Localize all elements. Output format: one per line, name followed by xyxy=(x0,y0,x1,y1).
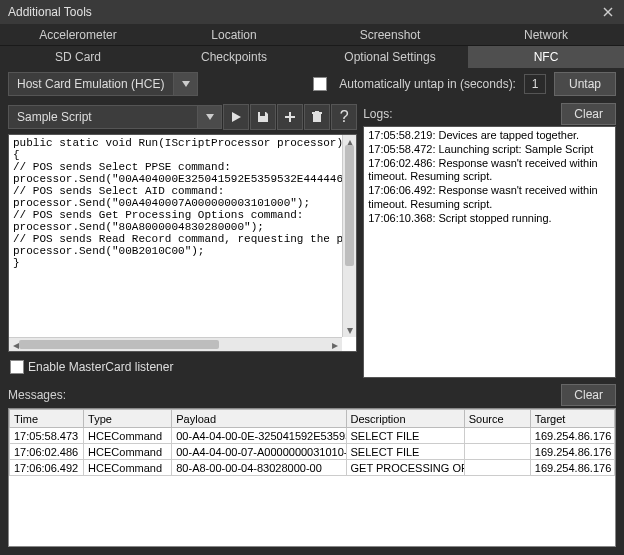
play-icon xyxy=(230,111,242,123)
logs-entry: 17:06:02.486: Response wasn't received w… xyxy=(368,157,611,185)
help-button[interactable]: ? xyxy=(331,104,357,130)
logs-entry: 17:05:58.472: Launching script: Sample S… xyxy=(368,143,611,157)
window-title: Additional Tools xyxy=(8,5,92,19)
script-toolbar: Sample Script ? xyxy=(8,104,357,130)
window: Additional Tools Accelerometer Location … xyxy=(0,0,624,555)
hce-combo[interactable]: Host Card Emulation (HCE) xyxy=(8,72,198,96)
col-payload[interactable]: Payload xyxy=(172,410,346,428)
messages-header: Messages: Clear xyxy=(8,384,616,406)
chevron-down-icon xyxy=(173,73,197,95)
titlebar: Additional Tools xyxy=(0,0,624,24)
messages-panel: Messages: Clear Time Type Payload Descri… xyxy=(0,380,624,555)
logs-entry: 17:06:10.368: Script stopped running. xyxy=(368,212,611,226)
hce-combo-label: Host Card Emulation (HCE) xyxy=(17,77,164,91)
play-button[interactable] xyxy=(223,104,249,130)
auto-untap-value[interactable]: 1 xyxy=(524,74,546,94)
script-panel: Sample Script ? xyxy=(8,104,357,378)
logs-entry: 17:05:58.219: Devices are tapped togethe… xyxy=(368,129,611,143)
tab-accelerometer[interactable]: Accelerometer xyxy=(0,24,156,46)
auto-untap-checkbox[interactable] xyxy=(313,77,327,91)
chevron-down-icon xyxy=(197,106,221,128)
tab-optional-settings[interactable]: Optional Settings xyxy=(312,46,468,68)
untap-button[interactable]: Untap xyxy=(554,72,616,96)
scrollbar-horizontal[interactable]: ◂ ▸ xyxy=(9,337,342,351)
col-target[interactable]: Target xyxy=(530,410,614,428)
col-time[interactable]: Time xyxy=(10,410,84,428)
logs-clear-button[interactable]: Clear xyxy=(561,103,616,125)
tab-sdcard[interactable]: SD Card xyxy=(0,46,156,68)
scroll-thumb[interactable] xyxy=(19,340,219,349)
mc-listener-row: Enable MasterCard listener xyxy=(8,356,357,378)
col-source[interactable]: Source xyxy=(464,410,530,428)
trash-icon xyxy=(311,111,323,123)
add-button[interactable] xyxy=(277,104,303,130)
save-button[interactable] xyxy=(250,104,276,130)
close-icon xyxy=(603,7,613,17)
code-content: public static void Run(IScriptProcessor … xyxy=(9,135,342,337)
svg-rect-9 xyxy=(315,111,319,112)
table-row[interactable]: 17:06:02.486 HCECommand 00-A4-04-00-07-A… xyxy=(10,444,615,460)
scroll-thumb[interactable] xyxy=(345,145,354,266)
tab-screenshot[interactable]: Screenshot xyxy=(312,24,468,46)
close-button[interactable] xyxy=(598,2,618,22)
tabs-row-1: Accelerometer Location Screenshot Networ… xyxy=(0,24,624,46)
logs-entry: 17:06:06.492: Response wasn't received w… xyxy=(368,184,611,212)
logs-box[interactable]: 17:05:58.219: Devices are tapped togethe… xyxy=(363,126,616,378)
tab-checkpoints[interactable]: Checkpoints xyxy=(156,46,312,68)
tabs-row-2: SD Card Checkpoints Optional Settings NF… xyxy=(0,46,624,68)
toolbar: Host Card Emulation (HCE) Automatically … xyxy=(0,68,624,100)
mc-listener-checkbox[interactable] xyxy=(10,360,24,374)
scroll-down-icon: ▾ xyxy=(343,323,357,337)
grid-header-row: Time Type Payload Description Source Tar… xyxy=(10,410,615,428)
tab-location[interactable]: Location xyxy=(156,24,312,46)
tab-nfc[interactable]: NFC xyxy=(468,46,624,68)
svg-marker-2 xyxy=(182,81,190,87)
plus-icon xyxy=(284,111,296,123)
scrollbar-vertical[interactable]: ▴ ▾ xyxy=(342,135,356,337)
main-split: Sample Script ? xyxy=(0,100,624,380)
col-description[interactable]: Description xyxy=(346,410,464,428)
svg-rect-7 xyxy=(313,114,321,122)
scroll-right-icon: ▸ xyxy=(328,338,342,352)
script-combo[interactable]: Sample Script xyxy=(8,105,222,129)
logs-panel: Logs: Clear 17:05:58.219: Devices are ta… xyxy=(363,104,616,378)
svg-rect-6 xyxy=(285,116,295,118)
svg-rect-8 xyxy=(312,112,322,114)
messages-clear-button[interactable]: Clear xyxy=(561,384,616,406)
code-editor[interactable]: public static void Run(IScriptProcessor … xyxy=(8,134,357,352)
table-row[interactable]: 17:06:06.492 HCECommand 80-A8-00-00-04-8… xyxy=(10,460,615,476)
svg-marker-3 xyxy=(206,114,214,120)
messages-label: Messages: xyxy=(8,388,66,402)
tab-network[interactable]: Network xyxy=(468,24,624,46)
table-row[interactable]: 17:05:58.473 HCECommand 00-A4-04-00-0E-3… xyxy=(10,428,615,444)
help-icon: ? xyxy=(340,108,349,126)
delete-button[interactable] xyxy=(304,104,330,130)
save-icon xyxy=(257,111,269,123)
svg-marker-4 xyxy=(232,112,241,122)
messages-grid[interactable]: Time Type Payload Description Source Tar… xyxy=(8,408,616,547)
logs-header: Logs: Clear xyxy=(363,104,616,124)
mc-listener-label: Enable MasterCard listener xyxy=(28,360,173,374)
logs-label: Logs: xyxy=(363,107,392,121)
col-type[interactable]: Type xyxy=(84,410,172,428)
auto-untap-label: Automatically untap in (seconds): xyxy=(339,77,516,91)
script-combo-label: Sample Script xyxy=(17,110,92,124)
